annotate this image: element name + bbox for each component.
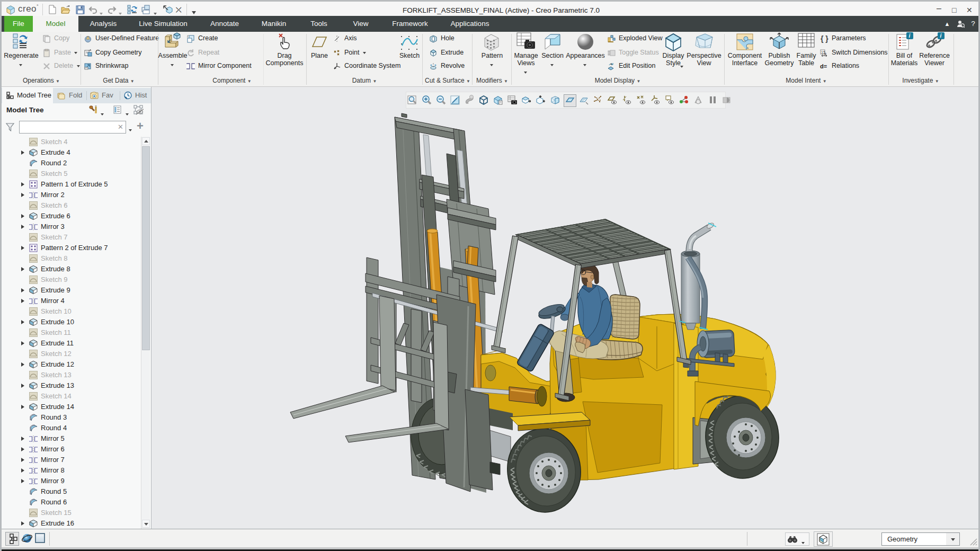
svg-text:d=: d= bbox=[820, 63, 827, 69]
svg-text:{ }: { } bbox=[821, 34, 828, 43]
svg-text:i: i bbox=[909, 33, 911, 39]
svg-text:i: i bbox=[940, 33, 942, 39]
